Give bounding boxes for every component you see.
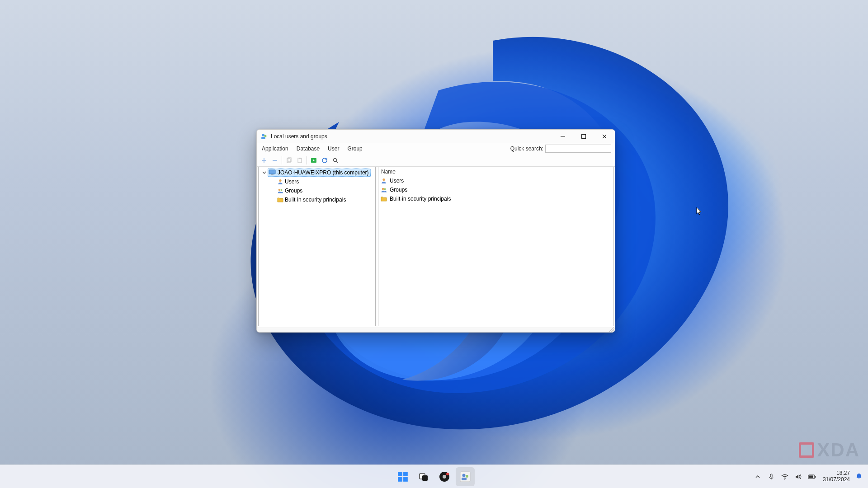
minimize-button[interactable] xyxy=(552,130,573,143)
svg-rect-7 xyxy=(298,158,302,163)
menubar: Application Database User Group Quick se… xyxy=(257,143,615,154)
tree-node-groups[interactable]: Groups xyxy=(259,186,375,195)
list-row-groups[interactable]: Groups xyxy=(378,185,613,194)
tree-node-label: Built-in security principals xyxy=(285,197,346,203)
list-cell: Users xyxy=(390,178,404,184)
column-name[interactable]: Name xyxy=(378,169,398,175)
toolbar-separator xyxy=(282,156,282,164)
svg-rect-5 xyxy=(287,159,290,163)
taskbar[interactable]: 18:27 31/07/2024 xyxy=(0,465,868,488)
quick-search-label: Quick search: xyxy=(510,145,543,152)
user-icon xyxy=(277,178,284,185)
xda-text: XDA xyxy=(817,439,860,461)
taskbar-app-lusrmgr[interactable] xyxy=(456,467,475,486)
group-icon xyxy=(380,186,387,193)
taskbar-app-1[interactable] xyxy=(435,467,454,486)
list-cell: Built-in security principals xyxy=(390,196,451,202)
list-pane: Name Users Groups xyxy=(378,167,613,326)
svg-rect-19 xyxy=(398,472,402,476)
list: Users Groups Built-in security principal… xyxy=(378,176,613,203)
tree-node-label: Groups xyxy=(285,188,302,194)
svg-rect-36 xyxy=(809,475,813,478)
tree-expander-icon[interactable] xyxy=(261,170,267,175)
system-tray: 18:27 31/07/2024 xyxy=(753,470,863,483)
toolbar-add-button[interactable] xyxy=(259,155,269,165)
user-icon xyxy=(380,177,387,184)
list-header[interactable]: Name xyxy=(378,167,613,176)
svg-point-1 xyxy=(264,135,267,137)
resize-grip[interactable] xyxy=(609,326,614,332)
toolbar-remove-button[interactable] xyxy=(269,155,280,165)
toolbar xyxy=(257,154,615,167)
xda-watermark: XDA xyxy=(799,439,860,461)
toolbar-export-button[interactable] xyxy=(308,155,319,165)
svg-point-14 xyxy=(278,189,281,191)
svg-rect-4 xyxy=(582,135,586,139)
window-title: Local users and groups xyxy=(271,133,327,140)
toolbar-refresh-button[interactable] xyxy=(319,155,330,165)
svg-rect-22 xyxy=(403,477,408,482)
svg-point-13 xyxy=(279,179,281,182)
wifi-icon[interactable] xyxy=(780,471,789,482)
svg-point-0 xyxy=(262,134,264,136)
svg-point-30 xyxy=(466,475,468,478)
mouse-cursor-icon xyxy=(696,207,703,216)
content-area: JOAO-HUAWEIXPRO (this computer) Users Gr… xyxy=(257,167,615,328)
tree-node-builtin[interactable]: Built-in security principals xyxy=(259,195,375,204)
start-button[interactable] xyxy=(393,467,412,486)
app-window: Local users and groups Application Datab… xyxy=(256,129,615,333)
toolbar-find-button[interactable] xyxy=(330,155,341,165)
svg-rect-3 xyxy=(561,136,565,137)
list-row-users[interactable]: Users xyxy=(378,176,613,185)
close-button[interactable] xyxy=(594,130,615,143)
app-icon xyxy=(260,133,268,140)
tree-root-node[interactable]: JOAO-HUAWEIXPRO (this computer) xyxy=(259,168,375,177)
taskview-button[interactable] xyxy=(414,467,433,486)
menu-database[interactable]: Database xyxy=(292,144,324,153)
xda-logo-square xyxy=(799,442,814,458)
toolbar-paste-button[interactable] xyxy=(294,155,305,165)
battery-icon[interactable] xyxy=(807,471,816,482)
notifications-icon[interactable] xyxy=(854,471,863,482)
svg-rect-21 xyxy=(398,477,402,482)
quick-search-input[interactable] xyxy=(545,145,611,153)
menu-application[interactable]: Application xyxy=(258,144,292,153)
taskbar-clock[interactable]: 18:27 31/07/2024 xyxy=(823,470,850,483)
folder-icon xyxy=(380,195,387,202)
svg-rect-11 xyxy=(269,170,275,174)
svg-rect-31 xyxy=(462,478,467,480)
tree-node-users[interactable]: Users xyxy=(259,177,375,186)
maximize-button[interactable] xyxy=(573,130,594,143)
tree-root-label: JOAO-HUAWEIXPRO (this computer) xyxy=(278,169,369,176)
toolbar-copy-button[interactable] xyxy=(283,155,294,165)
svg-rect-8 xyxy=(299,158,301,159)
taskbar-center xyxy=(393,467,475,486)
statusbar xyxy=(257,328,615,332)
toolbar-separator xyxy=(307,156,307,164)
svg-point-17 xyxy=(382,188,384,190)
svg-rect-35 xyxy=(815,476,816,478)
menu-user[interactable]: User xyxy=(324,144,343,153)
svg-rect-32 xyxy=(770,474,772,477)
svg-point-10 xyxy=(334,158,337,161)
svg-point-27 xyxy=(446,473,449,475)
tray-overflow-button[interactable] xyxy=(753,471,762,482)
svg-point-18 xyxy=(384,188,386,190)
list-row-builtin[interactable]: Built-in security principals xyxy=(378,194,613,203)
svg-point-26 xyxy=(443,475,446,479)
microphone-icon[interactable] xyxy=(767,471,776,482)
volume-icon[interactable] xyxy=(794,471,803,482)
svg-rect-12 xyxy=(271,174,274,175)
svg-point-33 xyxy=(784,479,785,479)
tree: JOAO-HUAWEIXPRO (this computer) Users Gr… xyxy=(259,167,375,204)
taskbar-time: 18:27 xyxy=(836,470,850,477)
tree-pane: JOAO-HUAWEIXPRO (this computer) Users Gr… xyxy=(258,167,376,326)
svg-point-16 xyxy=(382,178,385,181)
folder-icon xyxy=(277,196,284,203)
tree-node-label: Users xyxy=(285,178,299,185)
svg-rect-6 xyxy=(288,158,291,162)
menu-group[interactable]: Group xyxy=(343,144,366,153)
taskbar-date: 31/07/2024 xyxy=(823,477,850,483)
group-icon xyxy=(277,187,284,194)
titlebar[interactable]: Local users and groups xyxy=(257,130,615,143)
